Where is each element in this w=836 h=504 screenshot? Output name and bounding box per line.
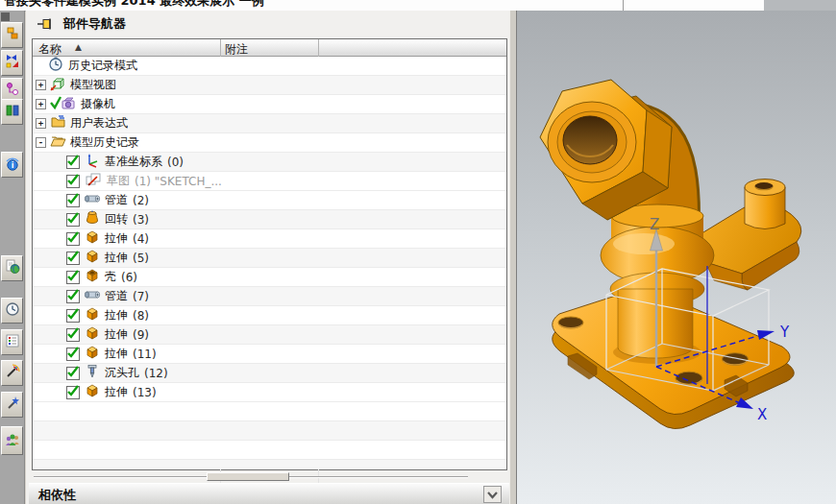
dependencies-title: 相依性 — [38, 487, 76, 504]
tree-row[interactable]: 草图 (1) "SKETCH_... — [33, 172, 506, 191]
tab-constraint-navigator[interactable] — [1, 50, 23, 76]
revolve-icon — [85, 210, 101, 228]
expand-toggle[interactable]: + — [36, 80, 46, 90]
expand-toggle[interactable]: - — [36, 137, 46, 148]
assembly-navigator-icon — [5, 26, 20, 45]
feature-checkbox[interactable] — [66, 156, 80, 169]
tree-item-suffix: (4) — [133, 232, 149, 246]
tree-item-suffix: (1) "SKETCH_... — [135, 175, 222, 188]
3d-model-canvas: Z Y X — [517, 11, 836, 504]
tab-assembly-navigator[interactable] — [1, 22, 23, 48]
tab-effects-wand[interactable] — [1, 392, 23, 418]
feature-checkbox[interactable] — [66, 290, 80, 303]
roles-icon — [5, 431, 20, 450]
window-title-clipped: 管接头零件建模实例 2014 最终效果展示 一例 — [4, 0, 264, 10]
empty-row — [33, 460, 506, 469]
feature-checkbox[interactable] — [66, 252, 80, 265]
column-splitter[interactable] — [220, 39, 221, 57]
tree-item-suffix: (0) — [167, 156, 184, 169]
dependencies-bar[interactable]: 相依性 — [29, 483, 509, 504]
chevron-down-icon — [485, 489, 500, 501]
column-header-name[interactable]: 名称 — [38, 41, 61, 58]
tab-hd3d-tools[interactable]: i — [1, 152, 23, 178]
tab-history-palette[interactable] — [1, 298, 23, 324]
tree-row[interactable]: 管道 (7) — [33, 287, 506, 306]
tree-item-label: 壳 — [105, 269, 116, 285]
scrollbar-thumb[interactable] — [207, 472, 289, 481]
column-splitter[interactable] — [318, 39, 319, 57]
expand-toggle[interactable]: + — [36, 99, 46, 109]
tab-system-materials[interactable] — [1, 329, 23, 355]
sort-ascending-icon[interactable]: ▲ — [75, 42, 82, 52]
tree-item-label: 拉伸 — [105, 250, 128, 266]
tree-row[interactable]: 管道 (2) — [33, 191, 506, 210]
feature-checkbox[interactable] — [66, 386, 80, 399]
tree-item-suffix: (5) — [133, 252, 149, 265]
resource-bar: i — [0, 11, 25, 504]
tree-item-suffix: (7) — [133, 290, 149, 303]
z-axis-label: Z — [650, 216, 659, 233]
part-navigator-panel: 部件导航器 名称 ▲ 附注 — [26, 11, 509, 504]
feature-checkbox[interactable] — [66, 348, 80, 361]
collapse-button[interactable] — [483, 486, 502, 503]
tree-row[interactable]: 拉伸 (9) — [33, 325, 506, 345]
visual-reports-icon — [5, 364, 20, 383]
history-palette-icon — [5, 301, 20, 321]
tree-item-label: 历史记录模式 — [68, 58, 137, 74]
tree-item-label: 拉伸 — [105, 307, 128, 324]
tree-item-label: 模型历史记录 — [70, 134, 139, 151]
extrude-icon — [85, 306, 101, 324]
tab-web-browser[interactable] — [1, 255, 23, 281]
tree-item-suffix: (9) — [133, 328, 149, 342]
tab-reuse-library[interactable] — [1, 99, 23, 125]
tree-item-suffix: (13) — [133, 386, 157, 399]
tab-visual-reports[interactable] — [1, 360, 23, 386]
nx-window: 管接头零件建模实例 2014 最终效果展示 一例 — [0, 0, 836, 504]
panel-splitter[interactable] — [509, 11, 516, 504]
tree-item-suffix: (12) — [144, 367, 168, 380]
tree-row[interactable]: 历史记录模式 — [33, 57, 506, 76]
tree-row[interactable]: + 用户表达式 — [33, 114, 506, 133]
extrude-icon — [85, 345, 101, 363]
expand-toggle[interactable]: + — [36, 118, 46, 129]
feature-checkbox[interactable] — [66, 367, 80, 380]
shell-icon — [85, 268, 101, 286]
pin-icon[interactable] — [37, 15, 54, 34]
svg-text:i: i — [11, 161, 13, 170]
tree-item-label: 草图 — [107, 173, 130, 189]
tree-item-label: 拉伸 — [105, 346, 128, 362]
tree-row[interactable]: - 模型历史记录 — [33, 133, 506, 153]
tree-row[interactable]: 拉伸 (13) — [33, 383, 506, 402]
column-header-row: 名称 ▲ 附注 — [33, 39, 506, 57]
tree-row[interactable]: + 摄像机 — [33, 95, 506, 114]
tree-item-label: 拉伸 — [105, 384, 128, 400]
empty-row — [33, 441, 506, 460]
feature-checkbox[interactable] — [66, 328, 80, 342]
feature-checkbox[interactable] — [66, 213, 80, 227]
feature-checkbox[interactable] — [66, 175, 80, 188]
tree-row[interactable]: 拉伸 (5) — [33, 249, 506, 268]
tree-row[interactable]: 回转 (3) — [33, 210, 506, 229]
tab-roles[interactable] — [1, 426, 23, 455]
feature-checkbox[interactable] — [66, 194, 80, 207]
tree-item-suffix: (3) — [133, 213, 149, 227]
graphics-viewport[interactable]: Z Y X — [516, 11, 836, 504]
reuse-library-icon — [5, 103, 20, 122]
tree-row[interactable]: 拉伸 (4) — [33, 229, 506, 249]
feature-checkbox[interactable] — [66, 232, 80, 246]
horizontal-scrollbar[interactable] — [32, 471, 507, 482]
tree-body: 历史记录模式 + 模型视图 + — [33, 57, 506, 469]
tree-row[interactable]: 拉伸 (11) — [33, 345, 506, 364]
column-header-note[interactable]: 附注 — [225, 41, 248, 58]
tree-row[interactable]: 壳 (6) — [33, 268, 506, 287]
feature-checkbox[interactable] — [66, 271, 80, 284]
tree-row[interactable]: 沉头孔 (12) — [33, 364, 506, 383]
tree-row[interactable]: 基准坐标系 (0) — [33, 153, 506, 172]
tree-item-label: 拉伸 — [105, 230, 128, 247]
expressions-folder-icon — [50, 114, 66, 132]
tree-item-label: 管道 — [105, 288, 128, 304]
feature-checkbox[interactable] — [66, 309, 80, 323]
tree-row[interactable]: 拉伸 (8) — [33, 306, 506, 325]
tree-row[interactable]: + 模型视图 — [33, 76, 506, 95]
tree-item-label: 模型视图 — [70, 77, 116, 93]
